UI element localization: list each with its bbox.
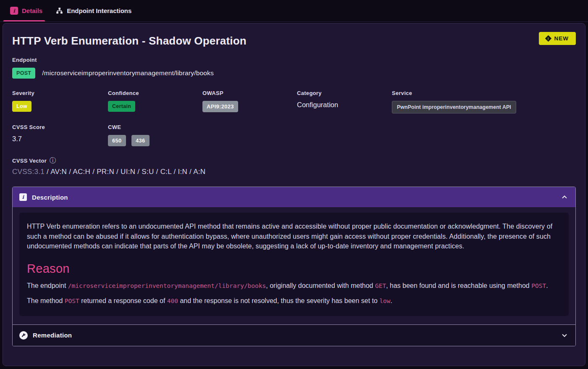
category-label: Category: [297, 90, 392, 96]
owasp-label: OWASP: [202, 90, 297, 96]
cvss-vector-block: CVSS Vector ⓘ CVSS:3.1 / AV:N / AC:H / P…: [12, 157, 576, 176]
cvss-vector-value: CVSS:3.1 / AV:N / AC:H / PR:N / UI:N / S…: [12, 168, 576, 176]
endpoint-label: Endpoint: [12, 57, 576, 63]
finding-detail-card: HTTP Verb Enumeration - Shadow Operation…: [3, 23, 585, 366]
wrench-icon: [19, 331, 28, 340]
tab-endpoint-interactions-label: Endpoint Interactions: [67, 7, 131, 14]
description-section-header[interactable]: i Description: [13, 187, 575, 207]
new-badge-label: NEW: [554, 35, 569, 42]
tab-details[interactable]: i Details: [3, 0, 49, 21]
description-section-title: Description: [32, 194, 68, 201]
cwe-badge: 436: [131, 135, 150, 146]
reason-paragraph: The method POST returned a response code…: [27, 296, 561, 306]
field-category: Category Configuration: [297, 90, 392, 113]
field-confidence: Confidence Certain: [108, 90, 202, 113]
field-cvss-score: CVSS Score 3.7: [12, 124, 108, 146]
collapsible-sections: i Description HTTP Verb enumeration refe…: [12, 187, 576, 346]
severity-badge: Low: [12, 101, 32, 112]
info-icon: i: [19, 193, 27, 201]
service-label: Service: [392, 90, 576, 96]
cvss-vector-rest: / AV:N / AC:H / PR:N / UI:N / S:U / C:L …: [45, 168, 205, 176]
field-cwe: CWE 650 436: [108, 124, 202, 146]
reason-paragraph: The endpoint /microserviceimproperinvent…: [27, 281, 561, 291]
severity-label: Severity: [12, 90, 108, 96]
field-owasp: OWASP API9:2023: [202, 90, 297, 113]
cwe-label: CWE: [108, 124, 202, 130]
http-method-badge: POST: [12, 68, 35, 79]
description-section-body: HTTP Verb enumeration refers to an undoc…: [13, 207, 575, 324]
cvss-vector-prefix: CVSS:3.1: [12, 168, 45, 176]
info-circle-icon[interactable]: ⓘ: [50, 157, 56, 164]
cvss-score-value: 3.7: [12, 135, 22, 142]
service-badge: PwnPoint improperinventorymanagement API: [392, 101, 516, 113]
new-status-badge[interactable]: ! NEW: [539, 32, 576, 45]
category-value: Configuration: [297, 101, 338, 108]
tab-details-label: Details: [22, 7, 42, 14]
confidence-badge: Certain: [108, 101, 135, 112]
diamond-exclamation-icon: !: [545, 35, 551, 42]
cvss-score-label: CVSS Score: [12, 124, 108, 130]
cvss-vector-label: CVSS Vector: [12, 158, 47, 164]
page-title: HTTP Verb Enumeration - Shadow Operation: [12, 32, 247, 47]
confidence-label: Confidence: [108, 90, 202, 96]
field-service: Service PwnPoint improperinventorymanage…: [392, 90, 576, 113]
owasp-badge: API9:2023: [202, 101, 238, 112]
description-text: HTTP Verb enumeration refers to an undoc…: [27, 221, 561, 251]
field-severity: Severity Low: [12, 90, 108, 113]
remediation-section-header[interactable]: Remediation: [13, 324, 575, 346]
endpoint-path: /microserviceimproperinventorymanagement…: [42, 69, 214, 77]
tab-bar: i Details Endpoint Interactions: [0, 0, 588, 22]
remediation-section-title: Remediation: [33, 332, 72, 339]
fields-grid: Severity Low Confidence Certain OWASP AP…: [12, 90, 576, 146]
reason-heading: Reason: [27, 262, 561, 276]
chevron-up-icon[interactable]: [560, 193, 569, 201]
chevron-down-icon[interactable]: [560, 331, 569, 340]
info-icon: i: [10, 7, 18, 15]
tab-endpoint-interactions[interactable]: Endpoint Interactions: [49, 0, 138, 21]
cwe-badge: 650: [108, 135, 126, 146]
sitemap-icon: [56, 7, 63, 14]
